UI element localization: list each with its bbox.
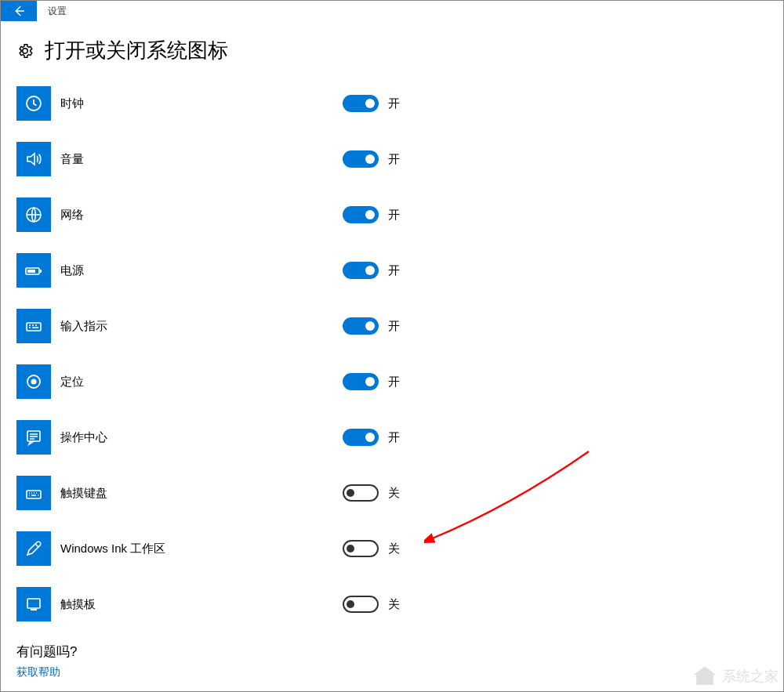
toggle-wrap-network: 开	[343, 206, 400, 223]
touchpad-icon-box	[16, 587, 51, 621]
toggle-wrap-input: 开	[343, 317, 400, 335]
clock-icon	[24, 94, 43, 113]
svg-point-7	[31, 379, 37, 385]
toggle-knob	[365, 321, 375, 331]
toggle-wrap-touchpad: 关	[343, 596, 400, 613]
toggle-state-label-input: 开	[388, 319, 400, 334]
item-label-location: 定位	[60, 375, 343, 389]
page-title: 打开或关闭系统图标	[45, 37, 228, 64]
toggle-wrap-action: 开	[343, 429, 400, 446]
toggle-knob	[365, 154, 375, 164]
toggle-state-label-action: 开	[388, 430, 400, 445]
system-icon-row-power: 电源开	[16, 253, 768, 288]
item-label-clock: 时钟	[60, 96, 343, 111]
toggle-ink[interactable]	[343, 540, 379, 557]
svg-rect-10	[27, 599, 40, 608]
arrow-left-icon	[12, 4, 26, 18]
toggle-knob	[365, 266, 375, 275]
toggle-power[interactable]	[343, 262, 379, 279]
toggle-action[interactable]	[343, 429, 379, 446]
pen-icon	[24, 539, 43, 558]
system-icon-row-clock: 时钟开	[16, 86, 768, 121]
titlebar: 设置	[1, 1, 783, 21]
toggle-touchpad[interactable]	[343, 596, 379, 613]
power-icon-box	[16, 253, 51, 288]
toggle-wrap-touchkbd: 关	[343, 484, 400, 502]
location-icon-box	[16, 364, 51, 399]
svg-rect-11	[31, 609, 37, 610]
toggle-wrap-ink: 关	[343, 540, 400, 557]
content: 打开或关闭系统图标 时钟开音量开网络开电源开输入指示开定位开操作中心开触摸键盘关…	[1, 21, 783, 679]
watermark: 系统之家	[691, 665, 779, 688]
network-icon-box	[16, 197, 51, 232]
system-icon-row-touchpad: 触摸板关	[16, 587, 768, 621]
svg-rect-3	[40, 270, 42, 273]
item-label-touchpad: 触摸板	[60, 597, 343, 612]
toggle-network[interactable]	[343, 206, 379, 223]
help-link[interactable]: 获取帮助	[16, 665, 768, 679]
toggle-state-label-touchkbd: 关	[388, 486, 400, 501]
toggle-location[interactable]	[343, 373, 379, 390]
system-icon-row-input: 输入指示开	[16, 309, 768, 343]
keyboard-icon-box	[16, 309, 51, 343]
toggle-knob	[365, 210, 375, 219]
app-title: 设置	[48, 5, 67, 18]
system-icon-row-action: 操作中心开	[16, 420, 768, 455]
toggle-volume[interactable]	[343, 150, 379, 168]
system-icon-row-volume: 音量开	[16, 142, 768, 176]
toggle-wrap-volume: 开	[343, 150, 400, 168]
touchpad-icon	[24, 595, 43, 614]
help-question: 有问题吗?	[16, 643, 768, 661]
action-center-icon-box	[16, 420, 51, 455]
toggle-state-label-location: 开	[388, 375, 400, 389]
item-label-volume: 音量	[60, 152, 343, 167]
toggle-knob	[365, 99, 375, 108]
toggle-state-label-volume: 开	[388, 152, 400, 167]
clock-icon-box	[16, 86, 51, 121]
volume-icon	[24, 150, 43, 168]
item-label-power: 电源	[60, 263, 343, 278]
toggle-knob	[347, 545, 354, 553]
toggle-state-label-network: 开	[388, 208, 400, 223]
touch-keyboard-icon	[24, 484, 43, 502]
system-icon-row-network: 网络开	[16, 197, 768, 232]
header: 打开或关闭系统图标	[16, 37, 768, 64]
item-label-touchkbd: 触摸键盘	[60, 486, 343, 501]
network-icon	[24, 205, 43, 224]
svg-rect-9	[27, 491, 41, 498]
svg-rect-5	[27, 323, 41, 331]
power-icon	[24, 261, 43, 280]
toggle-state-label-clock: 开	[388, 96, 400, 111]
svg-rect-4	[27, 270, 35, 273]
toggle-clock[interactable]	[343, 95, 379, 112]
system-icon-row-location: 定位开	[16, 364, 768, 399]
system-icon-row-ink: Windows Ink 工作区关	[16, 531, 768, 566]
system-icon-row-touchkbd: 触摸键盘关	[16, 476, 768, 510]
toggle-state-label-touchpad: 关	[388, 597, 400, 612]
toggle-wrap-clock: 开	[343, 95, 400, 112]
gear-icon	[16, 42, 34, 60]
help-section: 有问题吗? 获取帮助	[16, 643, 768, 679]
touch-keyboard-icon-box	[16, 476, 51, 510]
toggle-state-label-power: 开	[388, 263, 400, 278]
volume-icon-box	[16, 142, 51, 176]
toggle-input[interactable]	[343, 317, 379, 335]
toggle-knob	[365, 433, 375, 442]
toggle-knob	[347, 489, 354, 497]
keyboard-icon	[24, 317, 43, 335]
item-label-network: 网络	[60, 208, 343, 223]
toggle-knob	[365, 377, 375, 386]
pen-icon-box	[16, 531, 51, 566]
toggle-state-label-ink: 关	[388, 542, 400, 556]
toggle-touchkbd[interactable]	[343, 484, 379, 502]
back-button[interactable]	[1, 1, 37, 21]
toggle-knob	[347, 600, 354, 608]
item-label-action: 操作中心	[60, 430, 343, 445]
toggle-wrap-location: 开	[343, 373, 400, 390]
location-icon	[24, 372, 43, 391]
action-center-icon	[24, 428, 43, 447]
item-label-input: 输入指示	[60, 319, 343, 334]
item-label-ink: Windows Ink 工作区	[60, 542, 343, 556]
toggle-wrap-power: 开	[343, 262, 400, 279]
